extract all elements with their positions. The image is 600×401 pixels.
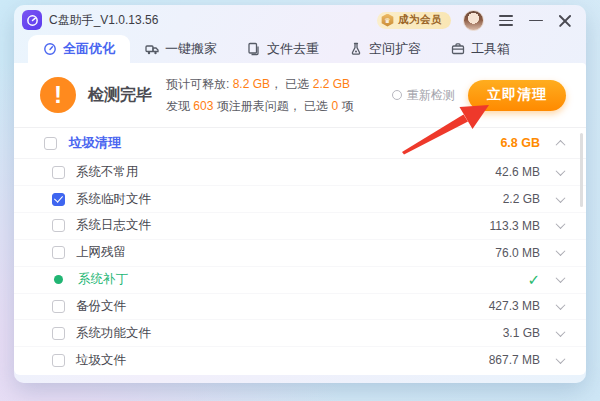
member-badge-label: 成为会员 [398, 13, 442, 27]
row-checkbox[interactable] [52, 327, 65, 340]
row-size: 427.3 MB [482, 299, 540, 313]
row-checkbox[interactable] [52, 246, 65, 259]
row-checkbox-checked[interactable] [52, 193, 65, 206]
registry-line: 发现 603 项注册表问题， 已选 0 项 [166, 95, 353, 117]
row-size: 76.0 MB [482, 246, 540, 260]
warning-exclamation-icon: ! [40, 77, 76, 113]
gauge-icon [43, 42, 57, 56]
tab-label: 全面优化 [63, 40, 115, 58]
scrollbar-thumb[interactable] [580, 133, 583, 207]
chevron-down-icon[interactable] [556, 246, 566, 256]
list-item-temp-files[interactable]: 系统临时文件 2.2 GB [14, 186, 586, 213]
group-checkbox[interactable] [44, 137, 57, 150]
tab-label: 工具箱 [471, 40, 510, 58]
row-checkbox[interactable] [52, 300, 65, 313]
chevron-down-icon[interactable] [556, 273, 566, 283]
recheck-icon [392, 90, 402, 100]
group-label[interactable]: 垃圾清理 [69, 134, 121, 152]
chevron-down-icon[interactable] [556, 354, 566, 364]
app-window: C盘助手_V1.0.13.56 ♛ 成为会员 全面优化 一键搬家 文件去重 空间… [14, 5, 586, 383]
tab-label: 文件去重 [267, 40, 319, 58]
duplicate-file-icon [247, 42, 261, 56]
app-title: C盘助手_V1.0.13.56 [49, 12, 158, 29]
releasable-line: 预计可释放: 8.2 GB， 已选 2.2 GB [166, 73, 353, 95]
tab-label: 一键搬家 [165, 40, 217, 58]
chevron-down-icon[interactable] [556, 193, 566, 203]
close-icon[interactable] [558, 12, 574, 28]
app-logo-gauge-icon [22, 10, 42, 30]
chevron-down-icon[interactable] [556, 300, 566, 310]
main-panel: ! 检测完毕 预计可释放: 8.2 GB， 已选 2.2 GB 发现 603 项… [14, 63, 586, 375]
tab-file-dedup[interactable]: 文件去重 [232, 35, 334, 63]
chevron-down-icon[interactable] [556, 327, 566, 337]
tab-full-optimization[interactable]: 全面优化 [28, 35, 130, 63]
flask-icon [349, 42, 363, 56]
list-item-rare-system[interactable]: 系统不常用 42.6 MB [14, 159, 586, 186]
registry-issue-count: 603 [193, 99, 213, 113]
group-junk-cleanup[interactable]: 垃圾清理 6.8 GB [14, 128, 586, 159]
crown-icon: ♛ [381, 14, 394, 27]
list-item-log-files[interactable]: 系统日志文件 113.3 MB [14, 213, 586, 240]
clean-now-button[interactable]: 立即清理 [468, 80, 566, 111]
check-icon: ✓ [482, 271, 540, 289]
scan-status-title: 检测完毕 [88, 85, 152, 106]
become-member-button[interactable]: ♛ 成为会员 [377, 12, 451, 29]
tab-bar: 全面优化 一键搬家 文件去重 空间扩容 工具箱 [14, 35, 586, 63]
list-item-web-residue[interactable]: 上网残留 76.0 MB [14, 240, 586, 267]
row-size: 867.7 MB [482, 353, 540, 367]
toolbox-icon [451, 42, 465, 56]
chevron-down-icon[interactable] [556, 166, 566, 176]
minimize-icon[interactable] [528, 12, 544, 28]
row-size: 3.1 GB [482, 326, 540, 340]
chevron-up-icon[interactable] [556, 140, 566, 150]
list-item-system-patches[interactable]: 系统补丁 ✓ [14, 267, 586, 294]
selected-size: 2.2 GB [313, 77, 350, 91]
group-size: 6.8 GB [482, 136, 540, 150]
releasable-size: 8.2 GB [233, 77, 270, 91]
list-item-backup-files[interactable]: 备份文件 427.3 MB [14, 294, 586, 321]
menu-icon[interactable] [498, 12, 514, 28]
avatar[interactable] [463, 10, 484, 31]
list-item-system-function-files[interactable]: 系统功能文件 3.1 GB [14, 320, 586, 347]
row-size: 2.2 GB [482, 192, 540, 206]
truck-icon [145, 42, 159, 56]
recheck-button[interactable]: 重新检测 [392, 87, 455, 104]
row-checkbox[interactable] [52, 354, 65, 367]
scan-summary: ! 检测完毕 预计可释放: 8.2 GB， 已选 2.2 GB 发现 603 项… [14, 63, 586, 126]
tab-space-expansion[interactable]: 空间扩容 [334, 35, 436, 63]
row-size: 42.6 MB [482, 165, 540, 179]
list-item-junk-files[interactable]: 垃圾文件 867.7 MB [14, 347, 586, 373]
row-checkbox[interactable] [52, 219, 65, 232]
tab-toolbox[interactable]: 工具箱 [436, 35, 525, 63]
tab-label: 空间扩容 [369, 40, 421, 58]
chevron-down-icon[interactable] [556, 220, 566, 230]
cleanup-list: 垃圾清理 6.8 GB 系统不常用 42.6 MB 系统临时文件 2.2 GB [14, 128, 586, 375]
recheck-label: 重新检测 [407, 87, 455, 104]
row-size: 113.3 MB [482, 219, 540, 233]
row-checkbox[interactable] [52, 166, 65, 179]
tab-one-key-move[interactable]: 一键搬家 [130, 35, 232, 63]
scan-detail-lines: 预计可释放: 8.2 GB， 已选 2.2 GB 发现 603 项注册表问题， … [166, 73, 353, 117]
green-dot-icon [54, 275, 63, 284]
titlebar: C盘助手_V1.0.13.56 ♛ 成为会员 [14, 5, 586, 35]
